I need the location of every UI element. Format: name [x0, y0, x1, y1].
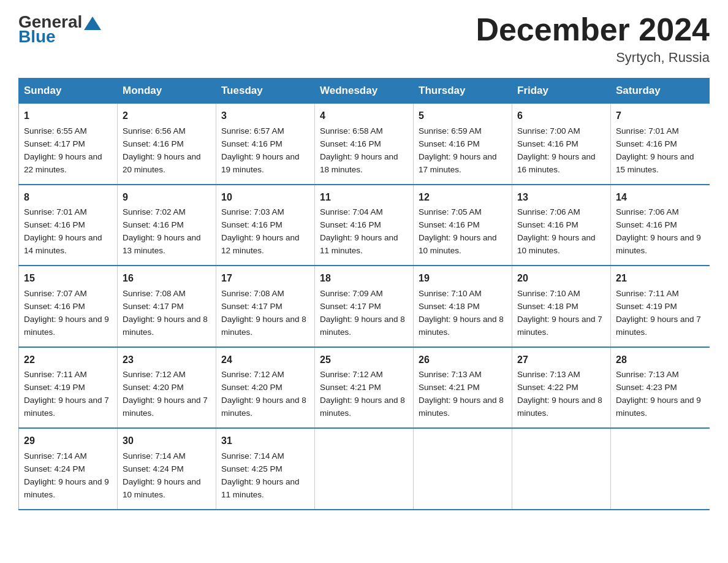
day-number: 22	[24, 353, 112, 368]
sunset-text: Sunset: 4:16 PM	[123, 139, 184, 148]
sunset-text: Sunset: 4:16 PM	[320, 139, 381, 148]
day-number: 3	[221, 109, 309, 124]
calendar-cell: 29Sunrise: 7:14 AMSunset: 4:24 PMDayligh…	[19, 428, 118, 509]
sunset-text: Sunset: 4:20 PM	[221, 383, 282, 392]
day-number: 6	[517, 109, 605, 124]
sunrise-text: Sunrise: 7:13 AM	[616, 370, 679, 379]
header-wednesday: Wednesday	[315, 79, 414, 104]
daylight-text: Daylight: 9 hours and 9 minutes.	[24, 315, 109, 337]
calendar-week-3: 15Sunrise: 7:07 AMSunset: 4:16 PMDayligh…	[19, 266, 710, 347]
calendar-week-2: 8Sunrise: 7:01 AMSunset: 4:16 PMDaylight…	[19, 185, 710, 266]
daylight-text: Daylight: 9 hours and 15 minutes.	[616, 152, 694, 174]
daylight-text: Daylight: 9 hours and 16 minutes.	[517, 152, 596, 174]
day-number: 4	[320, 109, 408, 124]
sunset-text: Sunset: 4:20 PM	[123, 383, 184, 392]
sunrise-text: Sunrise: 7:01 AM	[616, 126, 679, 136]
sunrise-text: Sunrise: 6:56 AM	[123, 126, 186, 136]
daylight-text: Daylight: 9 hours and 8 minutes.	[517, 396, 602, 418]
sunrise-text: Sunrise: 6:59 AM	[419, 126, 482, 136]
calendar-cell: 3Sunrise: 6:57 AMSunset: 4:16 PMDaylight…	[216, 104, 315, 185]
calendar-cell: 4Sunrise: 6:58 AMSunset: 4:16 PMDaylight…	[315, 104, 414, 185]
daylight-text: Daylight: 9 hours and 12 minutes.	[221, 233, 300, 255]
day-number: 14	[616, 190, 705, 205]
calendar-header-row: SundayMondayTuesdayWednesdayThursdayFrid…	[19, 79, 710, 104]
sunrise-text: Sunrise: 7:14 AM	[123, 451, 186, 461]
calendar-week-4: 22Sunrise: 7:11 AMSunset: 4:19 PMDayligh…	[19, 347, 710, 428]
sunset-text: Sunset: 4:18 PM	[517, 302, 578, 311]
sunset-text: Sunset: 4:17 PM	[320, 302, 381, 311]
sunset-text: Sunset: 4:18 PM	[419, 302, 480, 311]
sunrise-text: Sunrise: 7:06 AM	[517, 207, 580, 216]
header-sunday: Sunday	[19, 79, 118, 104]
day-number: 1	[24, 109, 112, 124]
sunrise-text: Sunrise: 7:02 AM	[123, 207, 186, 216]
day-number: 30	[123, 434, 211, 449]
daylight-text: Daylight: 9 hours and 17 minutes.	[419, 152, 497, 174]
sunrise-text: Sunrise: 7:01 AM	[24, 207, 87, 216]
day-number: 27	[517, 353, 605, 368]
daylight-text: Daylight: 9 hours and 10 minutes.	[123, 477, 201, 499]
sunset-text: Sunset: 4:16 PM	[24, 220, 85, 229]
sunset-text: Sunset: 4:16 PM	[123, 220, 184, 229]
daylight-text: Daylight: 9 hours and 14 minutes.	[24, 233, 102, 255]
sunrise-text: Sunrise: 7:12 AM	[123, 370, 186, 379]
sunset-text: Sunset: 4:24 PM	[123, 464, 184, 473]
daylight-text: Daylight: 9 hours and 9 minutes.	[616, 233, 701, 255]
sunset-text: Sunset: 4:22 PM	[517, 383, 578, 392]
calendar-cell: 16Sunrise: 7:08 AMSunset: 4:17 PMDayligh…	[118, 266, 216, 347]
sunrise-text: Sunrise: 7:14 AM	[221, 451, 284, 461]
calendar-week-1: 1Sunrise: 6:55 AMSunset: 4:17 PMDaylight…	[19, 104, 710, 185]
daylight-text: Daylight: 9 hours and 8 minutes.	[123, 315, 208, 337]
day-number: 20	[517, 271, 605, 286]
sunrise-text: Sunrise: 6:55 AM	[24, 126, 87, 136]
calendar-cell: 10Sunrise: 7:03 AMSunset: 4:16 PMDayligh…	[216, 185, 315, 266]
day-number: 26	[419, 353, 507, 368]
calendar-cell: 27Sunrise: 7:13 AMSunset: 4:22 PMDayligh…	[512, 347, 611, 428]
header-thursday: Thursday	[414, 79, 512, 104]
sunrise-text: Sunrise: 7:13 AM	[419, 370, 482, 379]
calendar-cell	[611, 428, 710, 509]
sunset-text: Sunset: 4:17 PM	[221, 302, 282, 311]
daylight-text: Daylight: 9 hours and 8 minutes.	[221, 396, 306, 418]
calendar-cell: 17Sunrise: 7:08 AMSunset: 4:17 PMDayligh…	[216, 266, 315, 347]
sunrise-text: Sunrise: 7:06 AM	[616, 207, 679, 216]
daylight-text: Daylight: 9 hours and 8 minutes.	[221, 315, 306, 337]
sunrise-text: Sunrise: 7:14 AM	[24, 451, 87, 461]
sunrise-text: Sunrise: 7:13 AM	[517, 370, 580, 379]
daylight-text: Daylight: 9 hours and 8 minutes.	[320, 315, 405, 337]
calendar-cell: 20Sunrise: 7:10 AMSunset: 4:18 PMDayligh…	[512, 266, 611, 347]
title-block: December 2024 Syrtych, Russia	[476, 12, 710, 66]
calendar-cell: 25Sunrise: 7:12 AMSunset: 4:21 PMDayligh…	[315, 347, 414, 428]
header-monday: Monday	[118, 79, 216, 104]
day-number: 16	[123, 271, 211, 286]
sunset-text: Sunset: 4:16 PM	[320, 220, 381, 229]
calendar-cell: 28Sunrise: 7:13 AMSunset: 4:23 PMDayligh…	[611, 347, 710, 428]
daylight-text: Daylight: 9 hours and 9 minutes.	[24, 477, 109, 499]
day-number: 29	[24, 434, 112, 449]
daylight-text: Daylight: 9 hours and 13 minutes.	[123, 233, 201, 255]
daylight-text: Daylight: 9 hours and 10 minutes.	[517, 233, 596, 255]
day-number: 21	[616, 271, 705, 286]
calendar-cell: 7Sunrise: 7:01 AMSunset: 4:16 PMDaylight…	[611, 104, 710, 185]
day-number: 25	[320, 353, 408, 368]
sunrise-text: Sunrise: 7:05 AM	[419, 207, 482, 216]
sunrise-text: Sunrise: 7:08 AM	[123, 289, 186, 298]
calendar-cell: 12Sunrise: 7:05 AMSunset: 4:16 PMDayligh…	[414, 185, 512, 266]
logo-triangle-icon	[84, 17, 101, 30]
day-number: 12	[419, 190, 507, 205]
calendar-table: SundayMondayTuesdayWednesdayThursdayFrid…	[18, 78, 710, 510]
sunset-text: Sunset: 4:25 PM	[221, 464, 282, 473]
sunrise-text: Sunrise: 6:58 AM	[320, 126, 383, 136]
calendar-cell: 14Sunrise: 7:06 AMSunset: 4:16 PMDayligh…	[611, 185, 710, 266]
sunset-text: Sunset: 4:19 PM	[616, 302, 677, 311]
daylight-text: Daylight: 9 hours and 9 minutes.	[616, 396, 701, 418]
daylight-text: Daylight: 9 hours and 8 minutes.	[419, 315, 504, 337]
sunrise-text: Sunrise: 7:11 AM	[24, 370, 87, 379]
sunrise-text: Sunrise: 7:12 AM	[320, 370, 383, 379]
day-number: 24	[221, 353, 309, 368]
calendar-cell: 18Sunrise: 7:09 AMSunset: 4:17 PMDayligh…	[315, 266, 414, 347]
day-number: 17	[221, 271, 309, 286]
daylight-text: Daylight: 9 hours and 8 minutes.	[419, 396, 504, 418]
day-number: 10	[221, 190, 309, 205]
daylight-text: Daylight: 9 hours and 7 minutes.	[123, 396, 208, 418]
